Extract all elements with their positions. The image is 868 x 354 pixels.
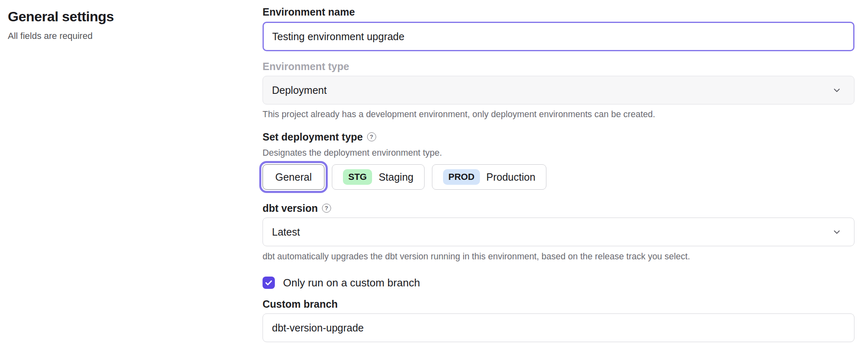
environment-type-helper: This project already has a development e… (263, 108, 854, 121)
dbt-version-value: Latest (272, 226, 300, 238)
environment-name-label: Environment name (263, 6, 854, 18)
deployment-type-helper: Designates the deployment environment ty… (263, 146, 854, 159)
deployment-type-label-row: Set deployment type ? (263, 131, 854, 143)
dbt-version-label: dbt version (263, 202, 318, 214)
chevron-down-icon (832, 227, 842, 237)
deployment-type-general-label: General (275, 171, 312, 183)
page-title: General settings (8, 8, 238, 25)
environment-type-label: Environment type (263, 60, 854, 73)
custom-branch-input[interactable] (263, 313, 854, 342)
environment-type-select: Deployment (263, 76, 854, 104)
chevron-down-icon (832, 85, 842, 95)
checkmark-icon (264, 278, 273, 287)
page-subtitle: All fields are required (8, 30, 238, 42)
dbt-version-label-row: dbt version ? (263, 202, 854, 214)
deployment-type-options: General STG Staging PROD Production (263, 164, 854, 190)
help-icon[interactable]: ? (367, 132, 376, 141)
deployment-type-staging-label: Staging (379, 171, 413, 183)
deployment-type-staging-button[interactable]: STG Staging (332, 164, 425, 190)
deployment-type-general-button[interactable]: General (263, 164, 324, 190)
custom-branch-toggle-row: Only run on a custom branch (263, 277, 854, 289)
environment-name-input[interactable] (263, 22, 854, 51)
deployment-type-production-button[interactable]: PROD Production (432, 164, 546, 190)
environment-type-value: Deployment (272, 84, 327, 96)
dbt-version-helper: dbt automatically upgrades the dbt versi… (263, 250, 854, 263)
help-icon[interactable]: ? (322, 204, 331, 213)
custom-branch-label: Custom branch (263, 298, 854, 310)
custom-branch-toggle-label[interactable]: Only run on a custom branch (283, 277, 420, 289)
deployment-type-production-label: Production (487, 171, 536, 183)
settings-header: General settings All fields are required (8, 8, 238, 42)
production-badge: PROD (443, 169, 480, 185)
dbt-version-select[interactable]: Latest (263, 218, 854, 246)
deployment-type-label: Set deployment type (263, 131, 363, 143)
environment-settings-form: Environment name Environment type Deploy… (263, 0, 854, 342)
staging-badge: STG (343, 169, 372, 185)
custom-branch-checkbox[interactable] (263, 277, 275, 289)
